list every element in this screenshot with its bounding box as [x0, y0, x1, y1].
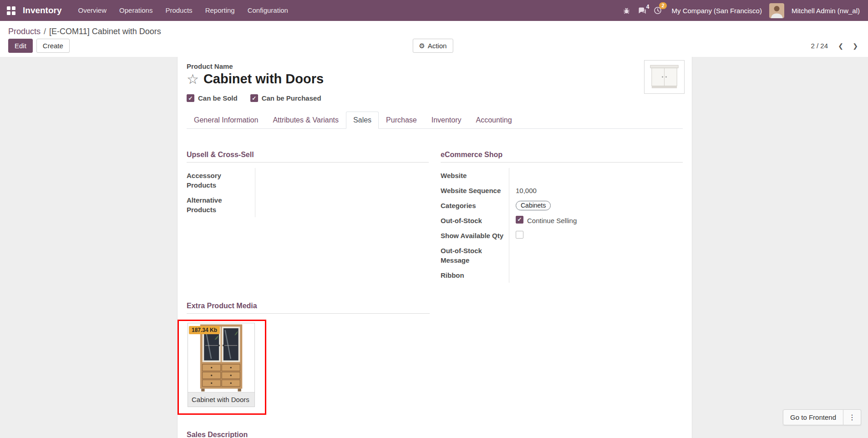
- tab-inventory[interactable]: Inventory: [424, 112, 469, 129]
- website-value[interactable]: [509, 168, 683, 183]
- categories-value: Cabinets: [509, 198, 683, 213]
- apps-grid-icon: [7, 6, 15, 15]
- user-menu[interactable]: Mitchell Admin (nw_al): [792, 7, 860, 15]
- kebab-menu-icon[interactable]: ⋮: [843, 409, 861, 425]
- show-available-qty-label: Show Available Qty: [441, 228, 509, 243]
- action-button[interactable]: ⚙ Action: [412, 39, 453, 53]
- alternative-products-value[interactable]: [255, 193, 429, 217]
- tab-accounting[interactable]: Accounting: [469, 112, 519, 129]
- website-sequence-value: 10,000: [509, 183, 683, 198]
- edit-button[interactable]: Edit: [8, 39, 33, 53]
- apps-menu-button[interactable]: [0, 0, 22, 21]
- nav-item-configuration[interactable]: Configuration: [241, 0, 294, 21]
- sales-description-title: Sales Description: [187, 431, 430, 438]
- out-of-stock-message-value[interactable]: [509, 243, 683, 268]
- categories-label: Categories: [441, 198, 509, 213]
- breadcrumb-separator: /: [44, 27, 46, 36]
- pager-value: 2 / 24: [811, 42, 828, 50]
- continue-selling-checkbox[interactable]: [516, 216, 523, 224]
- can-be-sold-label: Can be Sold: [198, 94, 238, 102]
- sale-purchase-checkboxes: Can be Sold Can be Purchased: [187, 94, 683, 102]
- notebook-tabs: General Information Attributes & Variant…: [187, 112, 683, 129]
- control-panel: Edit Create ⚙ Action 2 / 24 ❮ ❯: [0, 37, 868, 57]
- accessory-products-label: Accessory Products: [187, 168, 255, 193]
- tab-general-information[interactable]: General Information: [187, 112, 265, 129]
- extra-product-media-title: Extra Product Media: [187, 302, 430, 314]
- can-be-sold-checkbox[interactable]: [187, 94, 194, 102]
- can-be-purchased-option: Can be Purchased: [250, 94, 321, 102]
- tab-purchase[interactable]: Purchase: [379, 112, 424, 129]
- sales-tab-content: Upsell & Cross-Sell Accessory Products A…: [187, 151, 683, 283]
- favorite-star-icon[interactable]: ☆: [187, 72, 199, 86]
- breadcrumb-products-link[interactable]: Products: [8, 27, 41, 36]
- media-caption: Cabinet with Doors: [188, 392, 254, 407]
- nav-item-operations[interactable]: Operations: [113, 0, 159, 21]
- frontend-button-group: Go to Frontend ⋮: [783, 409, 861, 425]
- debug-bug-icon[interactable]: [623, 7, 630, 15]
- ribbon-label: Ribbon: [441, 268, 509, 283]
- top-navbar: Inventory Overview Operations Products R…: [0, 0, 868, 21]
- out-of-stock-value: Continue Selling: [509, 213, 683, 228]
- continue-selling-label: Continue Selling: [527, 216, 577, 225]
- pager-next-button[interactable]: ❯: [849, 40, 862, 52]
- activities-badge: 2: [659, 2, 666, 9]
- tab-attributes-variants[interactable]: Attributes & Variants: [265, 112, 346, 129]
- product-thumbnail-image: [644, 60, 685, 94]
- ecommerce-fields: Website Website Sequence 10,000 Categori…: [441, 168, 683, 283]
- extra-product-media-section: Extra Product Media 187.34 Kb: [187, 302, 430, 407]
- media-card[interactable]: 187.34 Kb: [188, 323, 255, 407]
- breadcrumb: Products / [E-COM11] Cabinet with Doors: [0, 21, 868, 37]
- alternative-products-label: Alternative Products: [187, 193, 255, 217]
- nav-item-overview[interactable]: Overview: [72, 0, 113, 21]
- action-label: Action: [428, 42, 447, 50]
- nav-item-reporting[interactable]: Reporting: [199, 0, 241, 21]
- file-size-badge: 187.34 Kb: [189, 326, 220, 334]
- pager: 2 / 24 ❮ ❯: [811, 40, 862, 52]
- breadcrumb-current: [E-COM11] Cabinet with Doors: [49, 27, 161, 36]
- product-name-label: Product Name: [187, 62, 683, 70]
- product-form-sheet: Product Name ☆ Cabinet with Doors Can be…: [177, 57, 692, 438]
- messages-icon[interactable]: 4: [638, 7, 646, 15]
- go-to-frontend-button[interactable]: Go to Frontend: [783, 409, 843, 425]
- app-name[interactable]: Inventory: [23, 5, 62, 15]
- show-available-qty-checkbox[interactable]: [516, 231, 523, 239]
- can-be-sold-option: Can be Sold: [187, 94, 238, 102]
- systray: 4 2 My Company (San Francisco) Mitchell …: [623, 3, 860, 18]
- upsell-section: Upsell & Cross-Sell Accessory Products A…: [187, 151, 429, 283]
- gear-icon: ⚙: [419, 42, 425, 50]
- ribbon-value[interactable]: [509, 268, 683, 283]
- create-button[interactable]: Create: [36, 39, 70, 53]
- website-label: Website: [441, 168, 509, 183]
- tab-sales[interactable]: Sales: [346, 112, 379, 129]
- activities-clock-icon[interactable]: 2: [654, 6, 662, 15]
- pager-previous-button[interactable]: ❮: [834, 40, 847, 52]
- out-of-stock-message-label: Out-of-Stock Message: [441, 243, 509, 268]
- upsell-section-title: Upsell & Cross-Sell: [187, 151, 429, 163]
- out-of-stock-label: Out-of-Stock: [441, 213, 509, 228]
- upsell-fields: Accessory Products Alternative Products: [187, 168, 429, 217]
- content-area: Product Name ☆ Cabinet with Doors Can be…: [0, 57, 868, 438]
- website-sequence-label: Website Sequence: [441, 183, 509, 198]
- category-tag: Cabinets: [516, 201, 551, 210]
- messages-badge: 4: [646, 4, 650, 10]
- avatar[interactable]: [769, 3, 784, 18]
- nav-menu: Overview Operations Products Reporting C…: [72, 0, 294, 21]
- ecommerce-section: eCommerce Shop Website Website Sequence …: [441, 151, 683, 283]
- page-title: Cabinet with Doors: [203, 71, 324, 87]
- company-switcher[interactable]: My Company (San Francisco): [672, 7, 762, 15]
- show-available-qty-value: [509, 228, 683, 243]
- nav-item-products[interactable]: Products: [159, 0, 198, 21]
- ecommerce-section-title: eCommerce Shop: [441, 151, 683, 163]
- can-be-purchased-label: Can be Purchased: [262, 94, 321, 102]
- accessory-products-value[interactable]: [255, 168, 429, 193]
- sales-description-section: Sales Description: [187, 431, 430, 438]
- can-be-purchased-checkbox[interactable]: [250, 94, 258, 102]
